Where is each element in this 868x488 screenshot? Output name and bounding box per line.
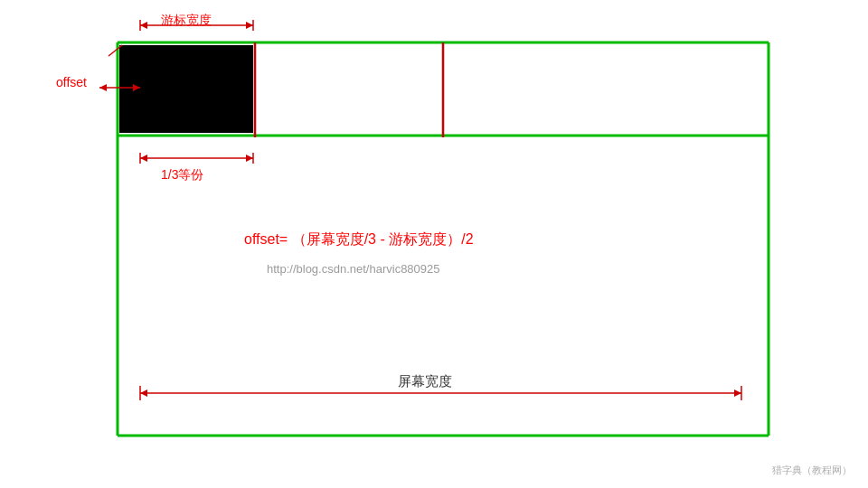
svg-marker-17 <box>140 155 147 162</box>
screen-width-label: 屏幕宽度 <box>398 373 452 390</box>
offset-label: offset <box>56 75 87 89</box>
svg-marker-22 <box>140 389 147 397</box>
svg-marker-9 <box>140 22 147 29</box>
canvas: 游标宽度 offset 1/3等份 offset= （屏幕宽度/3 - 游标宽度… <box>0 0 868 488</box>
one-third-label: 1/3等份 <box>161 167 203 183</box>
svg-rect-5 <box>119 45 253 133</box>
svg-marker-14 <box>99 84 107 91</box>
svg-marker-10 <box>246 22 253 29</box>
cursor-width-label: 游标宽度 <box>161 13 212 29</box>
watermark: 猎字典（教程网） <box>772 464 852 477</box>
formula-label: offset= （屏幕宽度/3 - 游标宽度）/2 <box>244 230 474 249</box>
svg-marker-23 <box>734 389 741 397</box>
url-label: http://blog.csdn.net/harvic880925 <box>267 262 440 276</box>
svg-marker-18 <box>246 155 253 162</box>
